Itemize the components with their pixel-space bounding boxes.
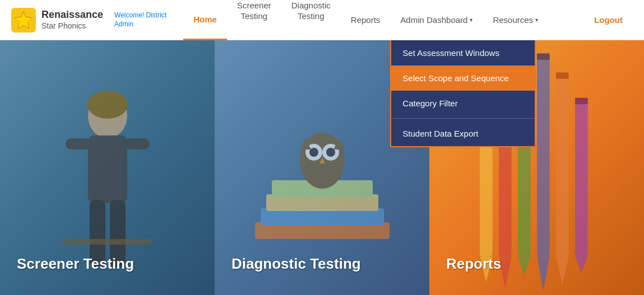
main-nav: Home Screener Testing Diagnostic Testing… [183,0,633,40]
svg-rect-38 [575,98,588,256]
header: Renaissance Star Phonics Welcome! Distri… [0,0,644,40]
svg-rect-10 [63,239,152,245]
svg-marker-30 [518,256,531,275]
star-logo-icon [11,8,36,32]
logo-text: Renaissance Star Phonics [41,9,103,30]
svg-marker-36 [556,256,569,285]
svg-rect-35 [556,73,569,257]
nav-right: Logout [584,0,633,40]
logo-subtitle: Star Phonics [41,21,103,31]
svg-rect-32 [537,54,550,257]
menu-item-category-filter[interactable]: Category Filter [391,91,535,116]
svg-rect-40 [575,98,588,104]
svg-rect-34 [537,54,550,60]
menu-item-select-scope-sequence[interactable]: Select Scope and Sequence [391,65,535,91]
card-label-reports: Reports [446,255,501,273]
nav-admin-dashboard[interactable]: Admin Dashboard ▾ Set Assessment Windows… [390,0,483,40]
logout-button[interactable]: Logout [584,0,633,40]
logo-title: Renaissance [41,9,103,21]
svg-point-4 [87,91,128,119]
chevron-down-icon: ▾ [535,17,538,23]
nav-screener-testing[interactable]: Screener Testing [227,0,281,40]
main-content: Screener Testing Diagnostic Testing [0,40,644,295]
nav-home[interactable]: Home [183,0,227,40]
nav-diagnostic-testing[interactable]: Diagnostic Testing [281,0,341,40]
svg-rect-6 [66,138,91,149]
svg-marker-33 [537,256,550,291]
logo-area: Renaissance Star Phonics [11,8,103,32]
svg-rect-7 [124,138,150,149]
card-screener-testing[interactable]: Screener Testing [0,40,215,295]
card-label-diagnostic: Diagnostic Testing [231,255,361,273]
welcome-link[interactable]: Welcome! District Admin [114,11,166,29]
nav-reports[interactable]: Reports [341,0,391,40]
resources-btn[interactable]: Resources ▾ [483,0,548,40]
admin-dropdown-menu: Set Assessment Windows Select Scope and … [390,40,536,147]
dropdown-divider [391,118,535,119]
svg-rect-37 [556,73,569,79]
svg-marker-39 [575,256,588,272]
chevron-down-icon: ▾ [470,17,472,23]
welcome-area: Welcome! District Admin [114,11,166,29]
menu-item-student-data-export[interactable]: Student Data Export [391,121,535,146]
card-label-screener: Screener Testing [17,255,134,273]
admin-dashboard-btn[interactable]: Admin Dashboard ▾ [390,0,483,40]
nav-resources[interactable]: Resources ▾ [483,0,548,40]
books-icon [238,121,406,278]
svg-rect-5 [88,135,127,203]
menu-item-set-assessment-windows[interactable]: Set Assessment Windows [391,40,535,65]
